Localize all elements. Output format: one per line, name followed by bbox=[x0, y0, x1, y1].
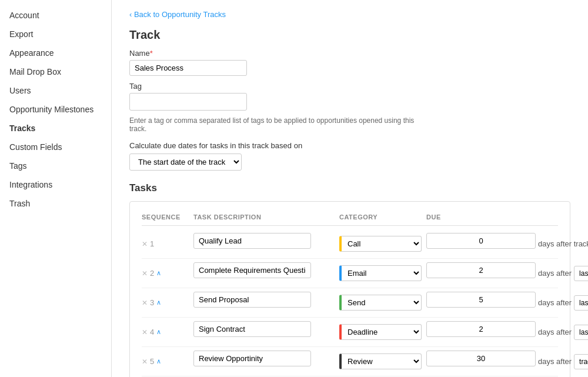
sidebar-item-custom-fields[interactable]: Custom Fields bbox=[0, 138, 111, 156]
task-remove-2[interactable]: ✕ bbox=[142, 269, 148, 278]
header-task-description: TASK DESCRIPTION bbox=[193, 213, 335, 221]
task-due-after-select-5[interactable]: track starts bbox=[574, 354, 588, 369]
name-input[interactable] bbox=[129, 60, 247, 76]
task-days-text-3: days after bbox=[538, 298, 572, 307]
task-seq-num-4: 4 bbox=[150, 328, 154, 336]
task-row: ✕1Calldays after track starts bbox=[142, 229, 558, 259]
sidebar-item-mail-drop-box[interactable]: Mail Drop Box bbox=[0, 62, 111, 81]
sidebar-item-trash[interactable]: Trash bbox=[0, 194, 111, 213]
task-seq-3: ✕3∧ bbox=[142, 298, 189, 307]
task-up-3[interactable]: ∧ bbox=[156, 299, 161, 306]
task-seq-4: ✕4∧ bbox=[142, 328, 189, 336]
task-up-4[interactable]: ∧ bbox=[156, 328, 161, 336]
task-row: ✕3∧Senddays afterlast task bbox=[142, 288, 558, 318]
task-due-after-select-2[interactable]: last task bbox=[574, 266, 588, 281]
task-row: ✕2∧Emaildays afterlast task bbox=[142, 259, 558, 288]
header-category: CATEGORY bbox=[339, 213, 422, 221]
task-remove-4[interactable]: ✕ bbox=[142, 328, 148, 336]
tag-hint: Enter a tag or comma separated list of t… bbox=[129, 116, 423, 133]
task-seq-num-3: 3 bbox=[150, 298, 154, 307]
task-seq-2: ✕2∧ bbox=[142, 269, 189, 278]
sidebar-item-appearance[interactable]: Appearance bbox=[0, 44, 111, 62]
task-due-4: days afterlast task bbox=[426, 321, 556, 343]
track-heading: Track bbox=[129, 28, 570, 42]
task-days-text-5: days after bbox=[538, 357, 572, 366]
task-remove-1[interactable]: ✕ bbox=[142, 240, 148, 248]
task-days-text-1: days after track starts bbox=[538, 239, 588, 248]
task-days-text-4: days after bbox=[538, 328, 572, 336]
task-due-after-select-4[interactable]: last task bbox=[574, 325, 588, 340]
header-due: DUE bbox=[426, 213, 556, 221]
task-seq-num-1: 1 bbox=[150, 239, 154, 248]
task-category-2[interactable]: Email bbox=[339, 265, 422, 281]
task-due-input-1[interactable] bbox=[426, 233, 536, 249]
task-row: ✕5∧Reviewdays aftertrack starts bbox=[142, 347, 558, 376]
task-remove-5[interactable]: ✕ bbox=[142, 358, 148, 366]
task-category-3[interactable]: Send bbox=[339, 295, 422, 311]
task-seq-1: ✕1 bbox=[142, 239, 189, 248]
sidebar-item-users[interactable]: Users bbox=[0, 81, 111, 100]
task-desc-2[interactable] bbox=[193, 262, 311, 278]
task-row: ✕4∧Deadlinedays afterlast task bbox=[142, 318, 558, 347]
sidebar-item-tags[interactable]: Tags bbox=[0, 156, 111, 175]
sidebar: AccountExportAppearanceMail Drop BoxUser… bbox=[0, 0, 112, 377]
task-up-5[interactable]: ∧ bbox=[156, 358, 161, 365]
task-category-1[interactable]: Call bbox=[339, 236, 422, 252]
task-due-3: days afterlast task bbox=[426, 292, 556, 313]
task-seq-num-5: 5 bbox=[150, 357, 154, 366]
task-remove-3[interactable]: ✕ bbox=[142, 299, 148, 307]
main-content: ‹ Back to Opportunity Tracks Track Name*… bbox=[112, 0, 588, 377]
task-seq-5: ✕5∧ bbox=[142, 357, 189, 366]
task-category-5[interactable]: Review bbox=[339, 353, 422, 369]
back-link[interactable]: ‹ Back to Opportunity Tracks bbox=[129, 10, 226, 19]
sidebar-item-opportunity-milestones[interactable]: Opportunity Milestones bbox=[0, 100, 111, 119]
sidebar-item-tracks[interactable]: Tracks bbox=[0, 119, 111, 138]
sidebar-item-account[interactable]: Account bbox=[0, 6, 111, 25]
task-due-input-3[interactable] bbox=[426, 292, 536, 308]
task-desc-3[interactable] bbox=[193, 292, 311, 308]
task-category-4[interactable]: Deadline bbox=[339, 324, 422, 340]
tasks-heading: Tasks bbox=[129, 182, 570, 194]
task-due-input-5[interactable] bbox=[426, 351, 536, 366]
task-up-2[interactable]: ∧ bbox=[156, 269, 161, 277]
task-due-5: days aftertrack starts bbox=[426, 351, 556, 372]
task-due-1: days after track starts bbox=[426, 233, 556, 255]
tasks-table-header: SEQUENCE TASK DESCRIPTION CATEGORY DUE bbox=[142, 213, 558, 226]
task-desc-5[interactable] bbox=[193, 351, 311, 366]
calc-label: Calculate due dates for tasks in this tr… bbox=[129, 141, 570, 150]
sidebar-item-export[interactable]: Export bbox=[0, 25, 111, 44]
task-due-2: days afterlast task bbox=[426, 262, 556, 284]
task-due-input-2[interactable] bbox=[426, 262, 536, 278]
task-desc-4[interactable] bbox=[193, 321, 311, 337]
task-due-input-4[interactable] bbox=[426, 321, 536, 337]
calc-select[interactable]: The start date of the track bbox=[129, 154, 242, 171]
sidebar-item-integrations[interactable]: Integrations bbox=[0, 175, 111, 194]
header-sequence: SEQUENCE bbox=[142, 213, 189, 221]
task-due-after-select-3[interactable]: last task bbox=[574, 295, 588, 311]
task-desc-1[interactable] bbox=[193, 233, 311, 249]
tasks-list: ✕1Calldays after track starts✕2∧Emailday… bbox=[142, 229, 558, 376]
tag-label: Tag bbox=[129, 82, 570, 91]
tag-input[interactable] bbox=[129, 93, 247, 111]
name-label: Name* bbox=[129, 49, 570, 58]
task-seq-num-2: 2 bbox=[150, 269, 154, 278]
tasks-container: SEQUENCE TASK DESCRIPTION CATEGORY DUE ✕… bbox=[129, 201, 570, 377]
task-days-text-2: days after bbox=[538, 269, 572, 278]
